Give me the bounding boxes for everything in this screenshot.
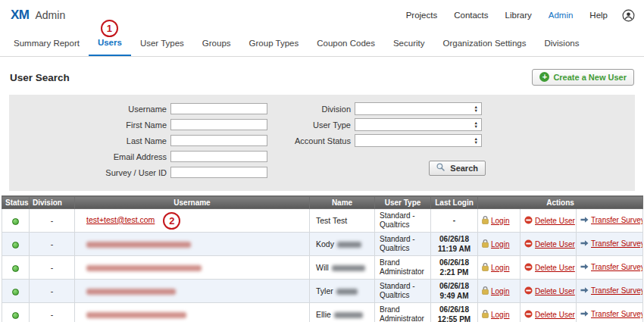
status-active-icon [12, 265, 19, 272]
header-name: Name [310, 196, 375, 209]
nav-contacts[interactable]: Contacts [445, 11, 496, 20]
login-link[interactable]: Login [491, 264, 509, 272]
redacted-username [86, 312, 186, 318]
transfer-arrow-icon [580, 263, 589, 272]
page-title: User Search [10, 72, 70, 83]
tab-groups[interactable]: Groups [193, 30, 240, 56]
delete-user-link[interactable]: Delete User [535, 217, 575, 225]
login-link[interactable]: Login [491, 287, 509, 295]
user-type-cell: Brand Administrator [375, 303, 431, 322]
nav-admin[interactable]: Admin [540, 11, 582, 20]
last-login-cell: 06/26/182:21 PM [431, 256, 478, 280]
title-row: User Search + Create a New User [10, 69, 634, 86]
search-form-right-column: Division ▲▼ User Type ▲▼ Account Status … [267, 102, 486, 176]
account-status-label: Account Status [267, 136, 355, 145]
user-type-cell: Standard - Qualtrics [375, 233, 431, 256]
redacted-name [337, 242, 361, 248]
tab-user-types[interactable]: User Types [131, 30, 193, 56]
magnifier-icon [436, 163, 445, 173]
tab-summary-report[interactable]: Summary Report [5, 30, 89, 56]
delete-user-link[interactable]: Delete User [535, 311, 575, 319]
header-username: Username [75, 196, 310, 209]
status-active-icon [12, 289, 19, 295]
table-row: - Kody Standard - Qualtrics 06/26/1811:1… [2, 233, 643, 256]
tab-organization-settings[interactable]: Organization Settings [433, 30, 535, 56]
table-row: - Will Brand Administrator 06/26/182:21 … [2, 256, 643, 280]
survey-user-id-input[interactable] [170, 167, 267, 178]
delete-user-link[interactable]: Delete User [535, 287, 575, 295]
create-new-user-label: Create a New User [553, 73, 627, 82]
delete-user-link[interactable]: Delete User [535, 240, 575, 249]
delete-user-icon [524, 263, 533, 273]
last-login-cell: 06/26/1812:55 PM [431, 303, 478, 322]
user-type-label: User Type [267, 120, 355, 130]
redacted-username [86, 289, 176, 295]
login-link[interactable]: Login [491, 217, 509, 225]
search-button[interactable]: Search [429, 161, 486, 176]
brand-logo[interactable]: XM Admin [11, 8, 65, 23]
transfer-surveys-link[interactable]: Transfer Surveys [591, 286, 643, 295]
first-name-input[interactable] [170, 119, 267, 130]
delete-user-link[interactable]: Delete User [535, 264, 575, 272]
create-new-user-button[interactable]: + Create a New User [532, 69, 634, 86]
tab-group-types[interactable]: Group Types [240, 30, 308, 56]
tab-coupon-codes[interactable]: Coupon Codes [308, 30, 384, 56]
header-actions: Actions [478, 196, 643, 209]
account-avatar-icon[interactable] [622, 9, 635, 22]
division-cell: - [30, 280, 75, 303]
last-login-cell: - [431, 209, 478, 233]
header-division: Division [30, 196, 75, 209]
email-address-label: Email Address [53, 152, 170, 161]
transfer-surveys-link[interactable]: Transfer Surveys [591, 263, 643, 271]
select-arrows-icon: ▲▼ [474, 105, 478, 112]
transfer-arrow-icon [580, 239, 589, 249]
lock-icon [482, 239, 489, 249]
lock-icon [482, 286, 489, 296]
survey-user-id-label: Survey / User ID [53, 168, 170, 177]
name-cell: Tyler [316, 286, 333, 295]
table-row: - test+test@test.com 2 Test Test Standar… [2, 209, 643, 233]
lock-icon [482, 310, 489, 320]
delete-user-icon [524, 286, 533, 296]
redacted-username [86, 265, 202, 271]
email-address-input[interactable] [170, 151, 267, 162]
last-name-input[interactable] [170, 135, 267, 146]
transfer-surveys-link[interactable]: Transfer Surveys [591, 216, 643, 224]
admin-tab-bar: Summary Report Users 1 User Types Groups… [0, 30, 644, 57]
first-name-label: First Name [53, 120, 170, 130]
transfer-surveys-link[interactable]: Transfer Surveys [591, 310, 643, 318]
transfer-surveys-link[interactable]: Transfer Surveys [591, 239, 643, 248]
user-type-cell: Standard - Qualtrics [375, 209, 431, 233]
lock-icon [482, 216, 489, 226]
name-cell: Kody [316, 239, 334, 249]
division-cell: - [30, 233, 75, 256]
tab-divisions[interactable]: Divisions [535, 30, 588, 56]
user-type-cell: Standard - Qualtrics [375, 280, 431, 303]
select-arrows-icon: ▲▼ [474, 121, 478, 128]
redacted-username [86, 242, 191, 248]
annotation-step-1: 1 [101, 20, 118, 37]
login-link[interactable]: Login [491, 240, 509, 249]
division-cell: - [30, 303, 75, 322]
xm-logo: XM [11, 8, 30, 23]
account-status-select[interactable]: ▲▼ [355, 134, 482, 147]
username-link[interactable]: test+test@test.com [86, 215, 155, 224]
nav-projects[interactable]: Projects [398, 11, 446, 20]
delete-user-icon [524, 216, 533, 226]
last-name-label: Last Name [53, 136, 170, 145]
nav-library[interactable]: Library [497, 11, 540, 20]
name-cell: Will [316, 263, 329, 272]
tab-users[interactable]: Users 1 [89, 30, 131, 56]
delete-user-icon [524, 239, 533, 249]
division-select[interactable]: ▲▼ [355, 102, 482, 115]
division-cell: - [30, 209, 75, 233]
plus-icon: + [539, 72, 549, 82]
header-last-login: Last Login [431, 196, 478, 209]
tab-security[interactable]: Security [384, 30, 434, 56]
redacted-name [336, 289, 358, 295]
nav-help[interactable]: Help [581, 11, 616, 20]
search-button-label: Search [450, 164, 478, 173]
username-input[interactable] [170, 103, 267, 114]
user-type-select[interactable]: ▲▼ [355, 118, 482, 131]
login-link[interactable]: Login [491, 311, 509, 319]
